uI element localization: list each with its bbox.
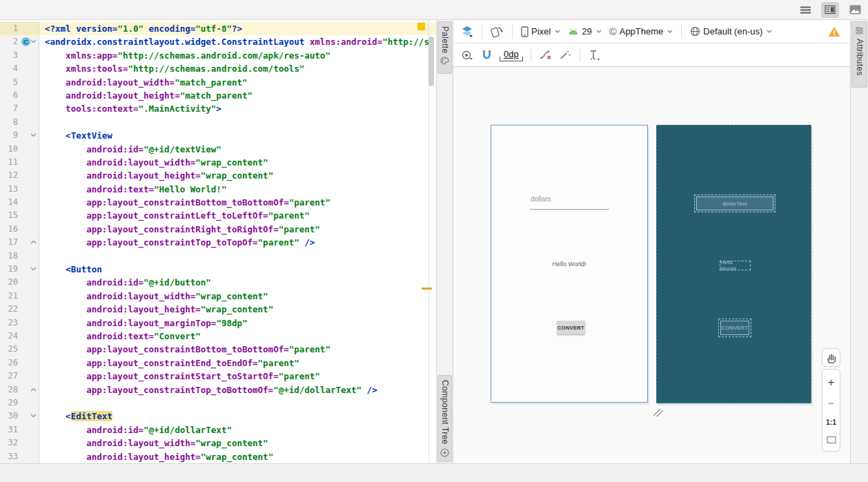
code-line[interactable]: 23 android:layout_marginTop="98dp" — [0, 317, 436, 330]
code-line[interactable]: 3 xmlns:app="http://schemas.android.com/… — [0, 49, 436, 62]
gutter-cell[interactable]: 7 — [0, 102, 39, 115]
gutter-cell[interactable]: 11 — [0, 156, 39, 169]
code-line[interactable]: 22 android:layout_height="wrap_content" — [0, 303, 436, 316]
code-line[interactable]: 13 android:text="Hello World!" — [0, 183, 436, 196]
code-text[interactable]: android:layout_width="wrap_content" — [39, 156, 268, 169]
fold-collapse-icon[interactable] — [30, 39, 37, 43]
gutter-cell[interactable]: 13 — [0, 183, 39, 196]
gutter-cell[interactable]: 25 — [0, 343, 39, 356]
code-line[interactable]: 5 android:layout_width="match_parent" — [0, 76, 436, 89]
code-line[interactable]: 29 — [0, 396, 436, 410]
code-text[interactable]: app:layout_constraintLeft_toLeftOf="pare… — [39, 209, 310, 222]
clear-constraints-button[interactable] — [537, 48, 554, 61]
code-text[interactable]: android:layout_height="wrap_content" — [39, 303, 273, 316]
gutter-cell[interactable]: 2C — [0, 35, 39, 48]
code-line[interactable]: 18 — [0, 250, 436, 263]
editor-scrollbar-track[interactable] — [428, 20, 429, 463]
code-text[interactable]: android:layout_width="match_parent" — [39, 76, 248, 89]
gutter-cell[interactable]: 16 — [0, 223, 39, 236]
fold-collapse-icon[interactable] — [30, 267, 37, 271]
code-text[interactable]: <?xml version="1.0" encoding="utf-8"?> — [39, 22, 436, 35]
code-line[interactable]: 20 android:id="@+id/button" — [0, 276, 436, 289]
code-line[interactable]: 19 <Button — [0, 263, 436, 276]
gutter-cell[interactable]: 19 — [0, 263, 39, 276]
code-line[interactable]: 27 app:layout_constraintStart_toStartOf=… — [0, 370, 436, 383]
code-text[interactable] — [39, 396, 45, 410]
code-line[interactable]: 2C<androidx.constraintlayout.widget.Cons… — [0, 35, 436, 48]
autoconnect-button[interactable] — [479, 48, 495, 62]
code-line[interactable]: 10 android:id="@+id/textView" — [0, 143, 436, 156]
code-text[interactable]: app:layout_constraintEnd_toEndOf="parent… — [39, 357, 299, 370]
gutter-cell[interactable]: 15 — [0, 209, 39, 222]
code-line[interactable]: 17 app:layout_constraintTop_toTopOf="par… — [0, 236, 436, 249]
code-text[interactable]: android:text="Hello World!" — [39, 183, 226, 196]
pack-align-button[interactable] — [586, 48, 602, 62]
gutter-cell[interactable]: 23 — [0, 317, 39, 330]
palette-tab[interactable]: Palette — [437, 21, 452, 74]
code-text[interactable]: app:layout_constraintTop_toTopOf="parent… — [39, 236, 315, 249]
code-text[interactable]: <TextView — [39, 129, 112, 142]
zoom-actual-size-button[interactable]: 1:1 — [826, 418, 836, 426]
code-text[interactable]: android:id="@+id/dollarText" — [39, 423, 232, 436]
theme-selector[interactable]: © AppTheme — [607, 24, 675, 39]
code-text[interactable]: android:id="@+id/textView" — [39, 143, 221, 156]
textview-preview[interactable]: Hello World! — [491, 261, 647, 268]
blueprint-canvas[interactable]: dollarText Hello World! CONVERT — [656, 125, 811, 403]
code-line[interactable]: 6 android:layout_height="match_parent" — [0, 89, 436, 102]
inspection-status-marker[interactable] — [417, 23, 425, 30]
locale-selector[interactable]: Default (en-us) — [688, 25, 774, 38]
scrollbar-warning-stripe[interactable] — [422, 288, 432, 290]
code-line[interactable]: 31 android:id="@+id/dollarText" — [0, 423, 436, 436]
zoom-in-button[interactable]: + — [828, 376, 835, 388]
split-view-button[interactable] — [821, 2, 839, 18]
code-text[interactable]: app:layout_constraintBottom_toBottomOf="… — [39, 343, 331, 356]
gutter-cell[interactable]: 33 — [0, 450, 39, 463]
device-selector[interactable]: Pixel — [519, 25, 562, 39]
code-line[interactable]: 8 — [0, 116, 436, 129]
edittext-preview[interactable]: dollars — [531, 195, 551, 203]
code-text[interactable]: android:layout_height="match_parent" — [39, 89, 253, 102]
gutter-cell[interactable]: 24 — [0, 330, 39, 343]
gutter-cell[interactable]: 32 — [0, 436, 39, 450]
fold-collapse-icon[interactable] — [30, 133, 37, 137]
canvas-resize-handle[interactable] — [652, 406, 664, 419]
gutter-cell[interactable]: 18 — [0, 250, 39, 263]
gutter-cell[interactable]: 31 — [0, 423, 39, 436]
code-text[interactable] — [39, 250, 45, 263]
code-text[interactable]: app:layout_constraintRight_toRightOf="pa… — [39, 223, 320, 236]
infer-constraints-button[interactable] — [558, 48, 573, 61]
api-level-selector[interactable]: 29 — [566, 25, 603, 38]
code-text[interactable]: android:layout_height="wrap_content" — [39, 169, 273, 182]
code-text[interactable]: <EditText — [39, 410, 112, 423]
pan-button[interactable] — [822, 348, 840, 367]
code-view-button[interactable] — [796, 2, 814, 18]
gutter-cell[interactable]: 5 — [0, 76, 39, 89]
code-text[interactable]: android:text="Convert" — [39, 330, 201, 343]
code-line[interactable]: 30 <EditText — [0, 410, 436, 423]
fold-collapse-icon[interactable] — [30, 414, 37, 418]
code-line[interactable]: 21 android:layout_width="wrap_content" — [0, 290, 436, 303]
gutter-cell[interactable]: 21 — [0, 290, 39, 303]
zoom-to-fit-button[interactable] — [827, 436, 836, 444]
gutter-cell[interactable]: 28 — [0, 383, 39, 396]
code-text[interactable]: app:layout_constraintTop_toBottomOf="@+i… — [39, 383, 377, 396]
button-preview[interactable]: CONVERT — [557, 321, 585, 334]
code-line[interactable]: 11 android:layout_width="wrap_content" — [0, 156, 436, 169]
gutter-cell[interactable]: 17 — [0, 236, 39, 249]
code-line[interactable]: 24 android:text="Convert" — [0, 330, 436, 343]
editor-scrollbar-thumb[interactable] — [428, 37, 434, 86]
design-preview-canvas[interactable]: dollars Hello World! CONVERT — [491, 125, 648, 403]
gutter-cell[interactable]: 4 — [0, 62, 39, 75]
code-text[interactable]: android:layout_marginTop="98dp" — [39, 317, 248, 330]
code-line[interactable]: 9 <TextView — [0, 129, 436, 142]
gutter-cell[interactable]: 10 — [0, 143, 39, 156]
default-margin-selector[interactable]: 0dp — [500, 49, 523, 61]
view-options-button[interactable] — [459, 49, 475, 61]
fold-end-icon[interactable] — [30, 388, 37, 392]
blueprint-textview[interactable]: Hello World! — [720, 261, 751, 270]
fold-end-icon[interactable] — [30, 240, 37, 244]
gutter-cell[interactable]: 9 — [0, 129, 39, 142]
gutter-cell[interactable]: 12 — [0, 169, 39, 182]
code-line[interactable]: 15 app:layout_constraintLeft_toLeftOf="p… — [0, 209, 436, 222]
code-line[interactable]: 7 tools:context=".MainActivity"> — [0, 102, 436, 115]
